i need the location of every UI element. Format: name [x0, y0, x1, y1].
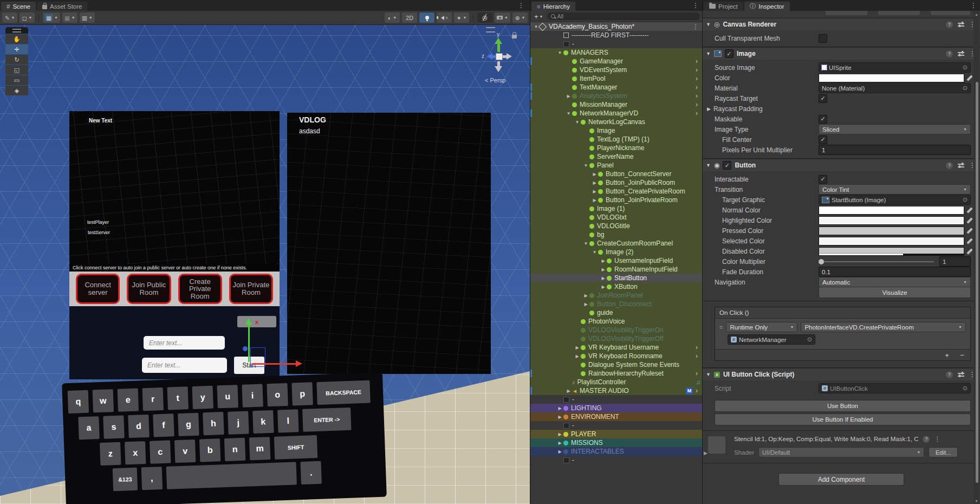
prefab-chevron-icon[interactable]: › [696, 101, 698, 108]
gizmo-menu-icon[interactable] [486, 27, 495, 33]
rotate-tool[interactable]: ↻ [5, 55, 28, 64]
hierarchy-item-image-1[interactable]: Image (1) [530, 204, 702, 213]
scrollbar-thumb[interactable] [976, 82, 978, 483]
hierarchy-item-rainbowhierarchyruleset[interactable]: RainbowHierarchyRuleset› [530, 369, 702, 378]
hierarchy-item-item[interactable]: - [530, 40, 702, 48]
material-preview[interactable] [708, 436, 725, 454]
key-x[interactable]: x [125, 441, 146, 464]
hierarchy-item-item[interactable]: - [530, 456, 702, 464]
shading-mode-dropdown[interactable]: ◐▼ [385, 12, 400, 23]
hierarchy-item-xbutton[interactable]: ▶XButton [530, 282, 702, 291]
target-graphic-object-field[interactable]: StartButton (Image)⊙ [819, 195, 971, 205]
ui-button-click-header[interactable]: ▼ # UI Button Click (Script) ? ⋮ [703, 368, 980, 380]
create-object-button[interactable]: +▼ [533, 12, 545, 21]
tab-inspector[interactable]: ⓘInspector [744, 2, 790, 11]
axis-center-cube[interactable] [496, 53, 503, 60]
hierarchy-item-environment[interactable]: ▶ENVIRONMENT [530, 412, 702, 421]
key-123[interactable]: &123 [113, 468, 138, 492]
eyedropper-icon[interactable] [966, 217, 972, 223]
hierarchy-item-button-joinpublicroom[interactable]: ▶Button_JoinPublicRoom [530, 178, 702, 187]
material-foldout-arrow[interactable]: ▶ [704, 450, 708, 456]
roomname-input-field[interactable]: Enter text... [142, 358, 227, 373]
help-icon[interactable]: ? [946, 371, 953, 378]
source-image-object-field[interactable]: UISprite⊙ [819, 62, 971, 73]
eyedropper-icon[interactable] [966, 248, 972, 254]
hierarchy-item-networklogcanvas[interactable]: ▼NetworkLogCanvas [530, 118, 702, 126]
hierarchy-item-joinroompanel[interactable]: ▶JoinRoomPanel [530, 291, 702, 300]
hierarchy-item-roomnameinputfield[interactable]: ▶RoomNameInputField [530, 265, 702, 274]
axis-down-cone[interactable] [495, 66, 502, 72]
cull-transparent-mesh-checkbox[interactable] [819, 34, 827, 43]
hierarchy-item-managers[interactable]: ▼MANAGERS [530, 48, 702, 57]
key-c[interactable]: c [150, 440, 171, 463]
orientation-gizmo[interactable]: y z [482, 33, 517, 75]
foldout-arrow-icon[interactable]: ▼ [706, 22, 711, 27]
key-y[interactable]: y [192, 386, 213, 409]
object-picker-icon[interactable]: ⊙ [963, 85, 968, 92]
hierarchy-item-startbutton[interactable]: ▶StartButton [530, 274, 702, 282]
axis-y-cone[interactable] [495, 38, 502, 44]
hierarchy-item-createcustomroompanel[interactable]: ▼CreateCustomRoomPanel [530, 239, 702, 248]
foldout-arrow-icon[interactable]: ▼ [582, 163, 589, 168]
help-icon[interactable]: ? [923, 436, 930, 443]
key-s[interactable]: s [103, 415, 124, 438]
tab-project[interactable]: Project [704, 2, 743, 11]
key-w[interactable]: w [93, 389, 114, 412]
scene-header-row[interactable]: ▼ VDAcademy_Basics_Photon* ⋮ [530, 22, 702, 31]
key-t[interactable]: t [167, 386, 189, 410]
gizmo-z-handle[interactable] [243, 346, 248, 351]
foldout-arrow-icon[interactable]: ▼ [582, 241, 589, 246]
eyedropper-icon[interactable] [966, 228, 972, 234]
prefab-chevron-icon[interactable]: › [696, 109, 698, 117]
key-d[interactable]: d [128, 415, 149, 438]
foldout-arrow-icon[interactable]: ▶ [574, 345, 581, 350]
event-function-dropdown[interactable]: PhotonInterfaceVD.CreatePrivateRoom▼ [801, 322, 966, 332]
fade-duration-field[interactable]: 0.1 [819, 267, 971, 277]
vr-button-create-private-room[interactable]: Create Private Room [178, 274, 222, 304]
prefab-chevron-icon[interactable]: › [696, 344, 698, 351]
hierarchy-item-image[interactable]: Image [530, 126, 702, 135]
hierarchy-item-interactables[interactable]: ▶INTERACTABLES [530, 447, 702, 456]
key-h[interactable]: h [203, 412, 224, 435]
key-p[interactable]: p [291, 382, 313, 405]
help-icon[interactable]: ? [946, 21, 953, 28]
presets-icon[interactable] [958, 372, 964, 377]
event-mode-dropdown[interactable]: Runtime Only▼ [726, 322, 797, 332]
hierarchy-item-read-first[interactable]: ---------READ FIRST--------- [530, 31, 702, 40]
add-component-button[interactable]: Add Component [778, 473, 904, 486]
event-target-object-field[interactable]: # NetworkManager ⊙ [728, 334, 815, 345]
hierarchy-item-dialogue-system-scene-events[interactable]: Dialogue System Scene Events [530, 360, 702, 369]
slider-knob[interactable] [819, 259, 824, 264]
gizmo-x-axis-arrow[interactable] [252, 363, 296, 365]
axis-z-cone[interactable] [487, 53, 492, 60]
navigation-dropdown[interactable]: Automatic▼ [819, 277, 971, 287]
foldout-arrow-icon[interactable]: ▶ [574, 354, 581, 359]
scroll-up-icon[interactable]: ▲ [975, 12, 978, 16]
highlighted-color-swatch[interactable] [819, 216, 964, 225]
key-enter[interactable]: ENTER -> [302, 408, 351, 432]
tool-draw-mode-dropdown[interactable]: ✎▼ [2, 12, 17, 23]
eyedropper-icon[interactable] [966, 238, 972, 244]
presets-icon[interactable] [958, 22, 964, 27]
hierarchy-item-textmanager[interactable]: TextManager› [530, 83, 702, 92]
image-type-dropdown[interactable]: Sliced▼ [819, 124, 971, 134]
foldout-arrow-icon[interactable]: ▶ [556, 449, 563, 454]
hierarchy-item-vdlogtitle[interactable]: VDLOGtitle [530, 222, 702, 230]
foldout-arrow-icon[interactable]: ▼ [574, 120, 581, 125]
key-shift[interactable]: SHIFT [274, 435, 317, 460]
hierarchy-item-master-audio[interactable]: ▶◄MASTER AUDIOM› [530, 386, 702, 395]
script-object-field[interactable]: # UIButtonClick ⊙ [819, 383, 971, 393]
key-space[interactable] [166, 462, 297, 489]
foldout-arrow-icon[interactable]: ▶ [565, 94, 572, 99]
key-j[interactable]: j [228, 411, 249, 434]
key-f[interactable]: f [153, 413, 174, 437]
component-editor-tools-dropdown[interactable]: ⊕▼ [512, 12, 528, 23]
use-button-button[interactable]: Use Button [715, 400, 971, 412]
tab-asset-store[interactable]: Asset Store [37, 2, 87, 11]
button-enabled-checkbox[interactable]: ✓ [723, 161, 731, 170]
close-room-panel-button[interactable]: x [237, 316, 276, 327]
hierarchy-item-item[interactable]: - [530, 421, 702, 430]
key-r[interactable]: r [142, 387, 164, 411]
foldout-arrow-icon[interactable]: ▶ [591, 180, 598, 185]
image-enabled-checkbox[interactable]: ✓ [725, 49, 734, 58]
